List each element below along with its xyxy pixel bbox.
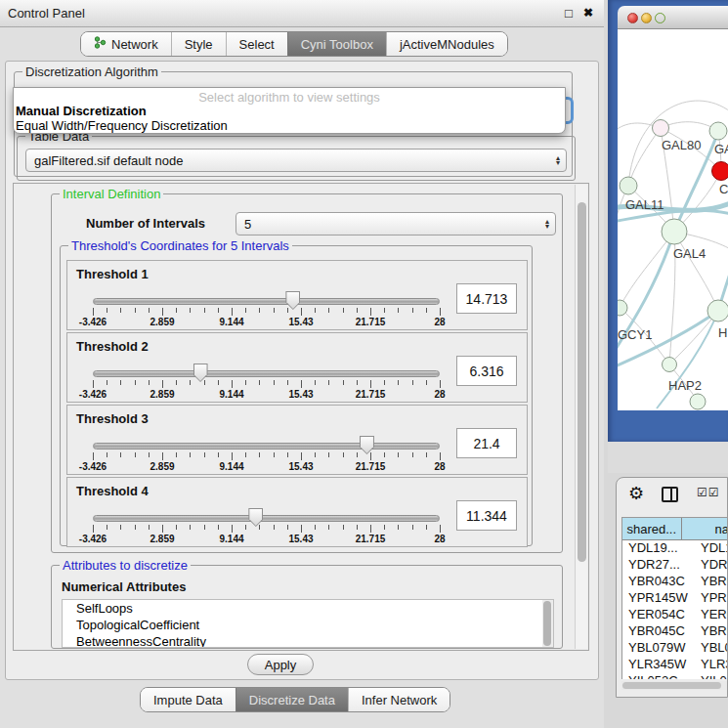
table-panel-window: ⚙ ☑☑ shared...na YDL19...YDL1YDR27...YDR… bbox=[616, 477, 728, 698]
stepper-arrows-icon[interactable]: ▴▾ bbox=[550, 155, 566, 165]
tab-style[interactable]: Style bbox=[171, 32, 226, 56]
threshold-value-field[interactable] bbox=[456, 283, 517, 314]
slider-track[interactable] bbox=[93, 370, 440, 377]
column-header[interactable]: shared... bbox=[622, 518, 682, 539]
tick-mark bbox=[259, 308, 260, 313]
algorithm-dropdown-popup: Select algorithm to view settings Manual… bbox=[13, 87, 566, 134]
close-window-icon[interactable]: ✖ bbox=[583, 6, 593, 20]
slider-thumb[interactable] bbox=[193, 364, 208, 382]
tick-mark bbox=[245, 308, 246, 313]
tick-mark bbox=[135, 380, 136, 385]
network-node[interactable] bbox=[712, 162, 728, 181]
node-table[interactable]: shared...na YDL19...YDL1YDR27...YDR2YBR0… bbox=[621, 517, 728, 679]
vertical-scrollbar[interactable] bbox=[575, 185, 587, 649]
slider-track[interactable] bbox=[93, 515, 440, 522]
table-row[interactable]: YBR045CYBR0 bbox=[622, 623, 728, 640]
threshold-value-field[interactable] bbox=[456, 356, 517, 386]
tick-label: 15.43 bbox=[288, 317, 313, 327]
zoom-traffic-light-icon[interactable] bbox=[655, 13, 665, 23]
slider-thumb[interactable] bbox=[248, 508, 263, 527]
network-node[interactable] bbox=[653, 120, 669, 137]
split-view-icon[interactable] bbox=[662, 487, 678, 502]
interval-definition-label: Interval Definition bbox=[60, 187, 163, 201]
slider-track[interactable] bbox=[93, 443, 440, 450]
table-hscrollbar-thumb[interactable] bbox=[622, 682, 721, 689]
tab-discretize-data[interactable]: Discretize Data bbox=[236, 688, 348, 711]
network-node[interactable] bbox=[663, 358, 677, 372]
table-row[interactable]: YDL19...YDL1 bbox=[622, 540, 728, 557]
table-row[interactable]: YLR345WYLR3 bbox=[622, 657, 728, 673]
cyni-toolbox-content: Discretization Algorithm Select algorith… bbox=[5, 61, 599, 680]
tab-select[interactable]: Select bbox=[226, 32, 287, 56]
stepper-arrows-icon[interactable]: ▴▾ bbox=[539, 219, 555, 229]
network-node[interactable] bbox=[690, 394, 706, 409]
table-horizontal-scrollbar[interactable] bbox=[621, 681, 728, 690]
threshold-panel: Threshold 3-3.4262.8599.14415.4321.71528 bbox=[66, 405, 528, 475]
network-node-label: GAL bbox=[714, 142, 728, 156]
threshold-value-field[interactable] bbox=[456, 428, 517, 458]
tick-mark bbox=[232, 452, 233, 460]
slider-thumb[interactable] bbox=[360, 436, 374, 454]
tick-mark bbox=[190, 380, 191, 385]
table-row[interactable]: YPR145WYPR1 bbox=[622, 590, 728, 607]
table-row[interactable]: YDR27...YDR2 bbox=[622, 557, 728, 574]
attribute-list-item[interactable]: BetweennessCentrality bbox=[63, 633, 553, 648]
tab-label: Style bbox=[185, 37, 213, 52]
network-canvas[interactable]: GAL80GALCGAL11GAL4HGCY1HAP2 bbox=[618, 29, 728, 410]
table-data-group: Table Data galFiltered.sif default node … bbox=[17, 136, 576, 181]
algorithm-option[interactable]: Equal Width/Frequency Discretization bbox=[16, 118, 228, 133]
table-row[interactable]: YBR043CYBR0 bbox=[622, 574, 728, 590]
algorithm-option[interactable]: Manual Discretization bbox=[16, 104, 147, 118]
tick-mark bbox=[176, 380, 177, 385]
table-cell: YPR1 bbox=[694, 590, 728, 607]
network-node[interactable] bbox=[620, 177, 637, 194]
table-cell: YIL0 bbox=[694, 673, 728, 679]
network-node[interactable] bbox=[662, 219, 687, 244]
list-scrollbar[interactable] bbox=[542, 600, 553, 647]
tick-mark bbox=[107, 525, 107, 530]
tick-mark bbox=[384, 380, 385, 385]
attribute-list-item[interactable]: TopologicalCoefficient bbox=[63, 617, 553, 633]
tab-label: jActiveMNodules bbox=[400, 37, 494, 52]
network-node[interactable] bbox=[707, 300, 728, 321]
table-data-combobox[interactable]: galFiltered.sif default node ▴▾ bbox=[25, 149, 567, 172]
tab-jactivemnodules[interactable]: jActiveMNodules bbox=[386, 32, 507, 56]
threshold-label: Threshold 1 bbox=[76, 267, 149, 281]
tick-mark bbox=[412, 452, 413, 457]
table-row[interactable]: YER054CYER0 bbox=[622, 607, 728, 623]
table-row[interactable]: YBL079WYBL0 bbox=[622, 640, 728, 657]
tick-label: 28 bbox=[434, 389, 445, 400]
threshold-value-field[interactable] bbox=[456, 500, 517, 531]
tick-mark bbox=[287, 380, 288, 385]
close-traffic-light-icon[interactable] bbox=[627, 13, 638, 23]
slider-track[interactable] bbox=[93, 298, 440, 305]
tab-impute-data[interactable]: Impute Data bbox=[141, 688, 236, 711]
tab-label: Infer Network bbox=[362, 693, 437, 707]
tick-mark bbox=[426, 525, 427, 530]
tick-mark bbox=[328, 452, 329, 457]
network-node[interactable] bbox=[709, 122, 727, 140]
list-scrollbar-thumb[interactable] bbox=[543, 601, 551, 646]
gear-icon[interactable]: ⚙ bbox=[628, 483, 644, 504]
tick-mark bbox=[328, 525, 329, 530]
vertical-scrollbar-thumb[interactable] bbox=[578, 202, 586, 562]
attributes-group: Attributes to discretize Numerical Attri… bbox=[51, 565, 563, 649]
tab-network[interactable]: Network bbox=[81, 32, 171, 56]
numerical-attributes-list[interactable]: SelfLoopsTopologicalCoefficientBetweenne… bbox=[62, 599, 554, 648]
tab-infer-network[interactable]: Infer Network bbox=[348, 688, 450, 711]
apply-button[interactable]: Apply bbox=[247, 654, 314, 675]
column-header[interactable]: na bbox=[682, 518, 728, 539]
top-tabstrip: NetworkStyleSelectCyni ToolboxjActiveMNo… bbox=[80, 31, 508, 57]
float-window-icon[interactable]: □ bbox=[565, 6, 573, 21]
tick-mark bbox=[120, 525, 121, 530]
tick-label: 15.43 bbox=[288, 461, 313, 472]
checkboxes-icon[interactable]: ☑☑ bbox=[697, 486, 720, 499]
attribute-list-item[interactable]: SelfLoops bbox=[63, 600, 553, 617]
number-of-intervals-combobox[interactable]: 5 ▴▾ bbox=[236, 212, 556, 236]
minimize-traffic-light-icon[interactable] bbox=[641, 13, 652, 23]
table-row[interactable]: YIL052CYIL0 bbox=[622, 673, 728, 679]
tick-mark bbox=[343, 452, 344, 457]
tick-mark bbox=[426, 308, 427, 313]
number-of-intervals-value: 5 bbox=[236, 217, 539, 232]
tab-cyni-toolbox[interactable]: Cyni Toolbox bbox=[287, 32, 386, 56]
